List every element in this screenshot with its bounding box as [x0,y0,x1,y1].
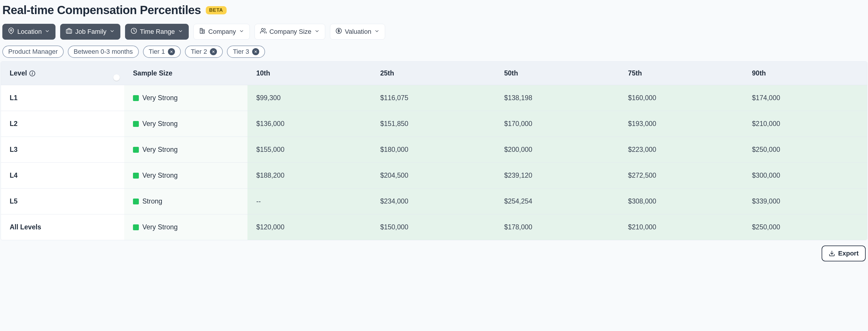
sample-strength-icon [133,95,139,101]
cell-sample: Very Strong [124,163,247,188]
sample-strength-icon [133,147,139,153]
cell-25th: $151,850 [371,111,495,137]
cell-90th: $250,000 [743,214,867,240]
chevron-down-icon [314,28,320,35]
sample-label: Very Strong [143,120,178,128]
filter-label: Job Family [75,28,106,35]
sample-label: Very Strong [143,94,178,102]
pin-icon [8,28,14,36]
table-header-row: Level i Sample Size 10th 25th 50th 75th … [1,62,867,85]
table-row: L4Very Strong$188,200$204,500$239,120$27… [1,162,867,188]
table-row: L2Very Strong$136,000$151,850$170,000$19… [1,111,867,137]
cell-75th: $193,000 [619,111,743,137]
cell-level: L5 [1,188,124,214]
chip-close-icon[interactable] [210,48,217,55]
chevron-down-icon [374,28,379,35]
svg-point-9 [261,29,263,31]
table-row: L3Very Strong$155,000$180,000$200,000$22… [1,137,867,162]
col-header-25th: 25th [371,62,495,85]
sample-strength-icon [133,224,139,230]
cell-sample: Very Strong [124,214,247,240]
cell-50th: $170,000 [495,111,619,137]
cell-90th: $210,000 [743,111,867,137]
col-header-level-label: Level [10,69,27,77]
cell-level: L3 [1,137,124,162]
export-label: Export [838,250,859,257]
col-header-90th: 90th [743,62,867,85]
col-header-50th: 50th [495,62,619,85]
cell-50th: $254,254 [495,188,619,214]
chip-label: Tier 1 [149,48,165,56]
sample-strength-icon [133,173,139,179]
chevron-down-icon [110,28,115,35]
filter-location[interactable]: Location [2,24,56,40]
cell-25th: $116,075 [371,85,495,111]
percentile-table: Level i Sample Size 10th 25th 50th 75th … [1,61,867,240]
filter-label: Time Range [140,28,175,35]
table-row: L5Strong--$234,000$254,254$308,000$339,0… [1,188,867,214]
col-header-sample: Sample Size [124,62,247,85]
chip-tier-3[interactable]: Tier 3 [227,46,265,58]
cell-90th: $339,000 [743,188,867,214]
cell-50th: $239,120 [495,163,619,188]
col-header-10th: 10th [247,62,371,85]
chip-label: Product Manager [8,48,58,56]
chip-product-manager[interactable]: Product Manager [2,46,64,58]
cell-10th: $136,000 [247,111,371,137]
cell-10th: $188,200 [247,163,371,188]
filter-company[interactable]: Company [193,24,250,40]
cell-50th: $200,000 [495,137,619,162]
page-title: Real-time Compensation Percentiles [2,3,201,17]
sample-label: Strong [143,198,162,205]
export-button[interactable]: Export [822,245,866,261]
cell-75th: $223,000 [619,137,743,162]
col-header-75th: 75th [619,62,743,85]
cell-25th: $204,500 [371,163,495,188]
col-header-level: Level i [1,62,124,85]
cell-90th: $174,000 [743,85,867,111]
filter-time-range[interactable]: Time Range [125,24,189,40]
chip-tier-1[interactable]: Tier 1 [143,46,181,58]
cell-level: L4 [1,163,124,188]
cell-10th: $99,300 [247,85,371,111]
cell-sample: Strong [124,188,247,214]
cell-90th: $250,000 [743,137,867,162]
cell-10th: $155,000 [247,137,371,162]
sample-label: Very Strong [143,223,178,231]
filter-valuation[interactable]: Valuation [330,24,385,40]
filter-job-family[interactable]: Job Family [60,24,120,40]
cell-75th: $272,500 [619,163,743,188]
svg-point-0 [10,29,12,31]
cell-sample: Very Strong [124,137,247,162]
filter-label: Company Size [270,28,311,35]
chevron-down-icon [44,28,50,35]
filter-label: Valuation [345,28,371,35]
cell-50th: $138,198 [495,85,619,111]
cell-25th: $180,000 [371,137,495,162]
cell-90th: $300,000 [743,163,867,188]
filter-label: Company [209,28,236,35]
sample-strength-icon [133,121,139,127]
filter-company-size[interactable]: Company Size [254,24,325,40]
chip-label: Between 0-3 months [74,48,133,56]
sample-label: Very Strong [143,172,178,179]
download-icon [829,250,835,257]
chip-close-icon[interactable] [252,48,259,55]
chip-time-0-3[interactable]: Between 0-3 months [68,46,139,58]
cell-25th: $234,000 [371,188,495,214]
dollar-icon [336,28,342,36]
sample-label: Very Strong [143,146,178,154]
info-icon[interactable]: i [29,70,35,77]
chip-tier-2[interactable]: Tier 2 [185,46,223,58]
cell-10th: $120,000 [247,214,371,240]
filter-bar: LocationJob FamilyTime RangeCompanyCompa… [1,24,867,46]
filter-label: Location [17,28,42,35]
cell-level: L1 [1,85,124,111]
cell-level: All Levels [1,214,124,240]
cell-sample: Very Strong [124,111,247,137]
table-row: All LevelsVery Strong$120,000$150,000$17… [1,214,867,240]
clock-icon [131,28,137,36]
cell-75th: $160,000 [619,85,743,111]
chip-close-icon[interactable] [168,48,175,55]
cell-50th: $178,000 [495,214,619,240]
